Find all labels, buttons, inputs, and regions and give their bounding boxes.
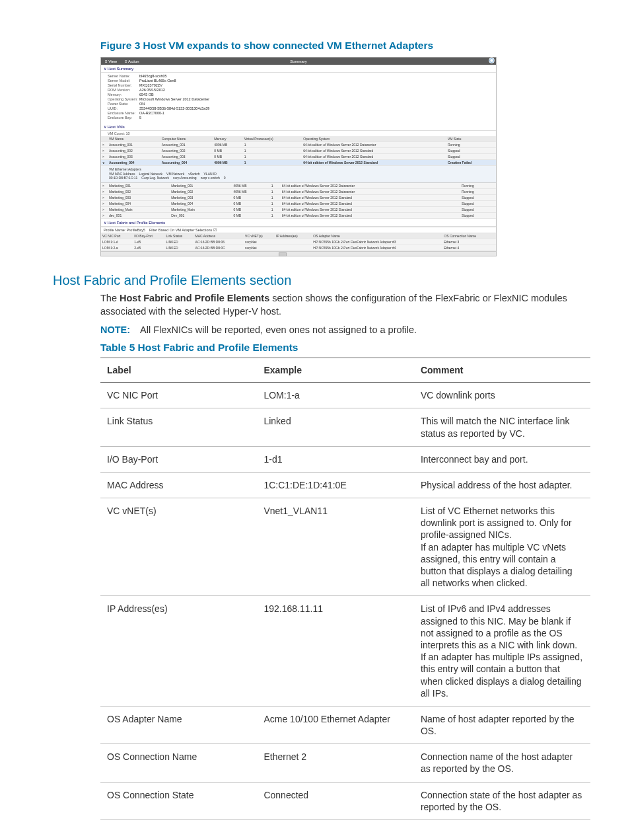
vm-table-2: >Marketing_001Marketing_0014096 MB164-bi… — [101, 183, 496, 219]
menu-summary: Summary — [290, 59, 307, 63]
table-row: IP Address(es)192.168.11.11List of IPv6 … — [100, 596, 590, 706]
expand-icon[interactable]: > — [102, 149, 106, 153]
note-text: All FlexNICs will be reported, even ones… — [140, 325, 417, 335]
vm-row[interactable]: >Accounting_002Accounting_0020 MB164-bit… — [101, 148, 496, 154]
table-row: MAC Address1C:C1:DE:1D:41:0EPhysical add… — [100, 472, 590, 498]
vm-row[interactable]: >Accounting_001Accounting_0014096 MB164-… — [101, 142, 496, 148]
expand-icon[interactable]: > — [102, 208, 106, 211]
ss-menubar: ≡ View ≡ Action Summary — [101, 57, 496, 65]
scrollbar[interactable] — [101, 251, 496, 256]
figure-title: Figure 3 Host VM expands to show connect… — [100, 40, 590, 52]
cell-comment: VC downlink ports — [414, 383, 590, 408]
section-title: Host Fabric and Profile Elements section — [53, 273, 590, 288]
table-header: Label — [100, 358, 257, 383]
fab-col: OS Adapter Name — [312, 233, 442, 239]
table-row: I/O Bay-Port1-d1Interconnect bay and por… — [100, 446, 590, 472]
menu-action[interactable]: ≡ Action — [121, 59, 143, 63]
kv-val: Microsoft Windows Server 2012 Datacenter — [139, 97, 209, 102]
cell-example: Linked — [257, 408, 413, 446]
fabric-row[interactable]: LOM:1:2-a2-d5LINKEDAC:16:2D:BB:D8:0Ccorp… — [101, 245, 496, 251]
vm-adapters-title: VM Ethernet Adapters — [109, 167, 493, 171]
cell-comment: Physical address of the host adapter. — [414, 472, 590, 498]
kv-key: Operating System: — [108, 97, 139, 102]
table-title: Table 5 Host Fabric and Profile Elements — [100, 342, 590, 354]
kv-key: Power State: — [108, 102, 139, 106]
cell-label: OS Connection State — [100, 782, 257, 820]
expand-icon[interactable]: > — [102, 190, 106, 194]
vm-col: VM State — [446, 136, 496, 142]
expand-icon[interactable]: ∨ — [102, 161, 106, 165]
fabric-table: VC NIC PortI/O Bay-PortLink StatusMAC Ad… — [101, 233, 496, 251]
expand-icon[interactable]: > — [102, 202, 106, 206]
kv-val: MXQ23702ZV — [139, 83, 162, 88]
table-row: VC vNET(s)Vnet1_VLAN11List of VC Etherne… — [100, 498, 590, 596]
expand-icon[interactable]: > — [102, 155, 106, 159]
main-table: LabelExampleComment VC NIC PortLOM:1-aVC… — [100, 358, 590, 820]
expand-icon[interactable]: > — [102, 213, 106, 217]
vm-ethernet-adapters: VM Ethernet Adapters VM MAC AddressLogic… — [101, 166, 496, 183]
fabric-header[interactable]: ∨ Host Fabric and Profile Elements — [101, 219, 496, 227]
table-row: OS Adapter NameAcme 10/100 Ethernet Adap… — [100, 706, 590, 744]
kv-key: Enclosure Name: — [108, 111, 139, 116]
vm-col: Memory — [213, 136, 242, 142]
expand-icon[interactable]: > — [102, 196, 106, 200]
fab-col: IP Address(es) — [275, 233, 312, 239]
kv-key: Memory: — [108, 93, 139, 97]
expand-icon[interactable]: > — [102, 143, 106, 147]
host-summary-header[interactable]: ∨ Host Summary — [101, 65, 496, 73]
table-header: Example — [257, 358, 413, 383]
vm-row[interactable]: >Marketing_002Marketing_0024096 MB164-bi… — [101, 189, 496, 195]
cell-comment: Connection state of the host adapter as … — [414, 782, 590, 820]
vm-row[interactable]: >dev_001Dev_0010 MB164-bit edition of Wi… — [101, 213, 496, 219]
cell-example: 1C:C1:DE:1D:41:0E — [257, 472, 413, 498]
vm-row[interactable]: ∨Accounting_004Accounting_0044096 MB164-… — [101, 160, 496, 166]
kv-key: Serial Number: — [108, 83, 139, 88]
vm-adapters-row: 00:1D:D8:B7:1C:11Corp Log. Networkcorp A… — [109, 176, 493, 180]
note-row: NOTE: All FlexNICs will be reported, eve… — [100, 325, 590, 335]
kv-key: Server Model: — [108, 79, 139, 83]
profile-name: Profile Name: ProfileBay5 — [104, 228, 145, 232]
expand-icon[interactable]: > — [102, 184, 106, 188]
kv-key: UUID: — [108, 106, 139, 111]
table-row: OS Connection StateConnectedConnection s… — [100, 782, 590, 820]
fabric-row[interactable]: LOM:1:1-d1-d5LINKEDAC:16:2D:BB:D8:06corp… — [101, 239, 496, 245]
kv-val: 35344D58-5B36-584d-5132-3031304c5a39 — [139, 106, 209, 111]
fabric-profile-row: Profile Name: ProfileBay5 Filter Based O… — [101, 227, 496, 233]
kv-val: 5 — [139, 116, 141, 120]
table-row: OS Connection NameEthernet 2Connection n… — [100, 744, 590, 782]
vm-table: VM NameComputer NameMemoryVirtual Proces… — [101, 136, 496, 166]
vm-col: Operating System — [302, 136, 446, 142]
fab-col: OS Connection Name — [442, 233, 496, 239]
cell-example: Vnet1_VLAN11 — [257, 498, 413, 596]
para-pre: The — [100, 293, 120, 303]
host-vms-header[interactable]: ∨ Host VMs — [101, 123, 496, 131]
para-bold: Host Fabric and Profile Elements — [120, 293, 269, 303]
vm-row[interactable]: >Accounting_003Accounting_0030 MB164-bit… — [101, 154, 496, 160]
vm-row[interactable]: >Marketing_004Marketing_0040 MB164-bit e… — [101, 201, 496, 207]
table-header: Comment — [414, 358, 590, 383]
vm-count: VM Count: 10 — [101, 131, 496, 136]
kv-key: ROM Version: — [108, 88, 139, 93]
kv-val: bl465cg8-scvh05 — [139, 74, 167, 79]
table-row: VC NIC PortLOM:1-aVC downlink ports — [100, 383, 590, 408]
cell-label: IP Address(es) — [100, 596, 257, 706]
cell-comment: Interconnect bay and port. — [414, 446, 590, 472]
note-label: NOTE: — [100, 325, 140, 335]
filter-checkbox[interactable]: Filter Based On VM Adapter Selections ☑ — [149, 228, 217, 232]
vm-row[interactable]: >Marketing_003Marketing_0030 MB164-bit e… — [101, 195, 496, 201]
cell-example: 192.168.11.11 — [257, 596, 413, 706]
cell-example: LOM:1-a — [257, 383, 413, 408]
table-header-row: LabelExampleComment — [100, 358, 590, 383]
menu-view[interactable]: ≡ View — [101, 59, 121, 63]
cell-example: Acme 10/100 Ethernet Adapter — [257, 706, 413, 744]
kv-val: A26 05/15/2012 — [139, 88, 165, 93]
cell-comment: List of IPv6 and IPv4 addresses assigned… — [414, 596, 590, 706]
vm-row[interactable]: >Marketing_MainMarketing_Main0 MB164-bit… — [101, 207, 496, 213]
kv-val: ON — [139, 102, 145, 106]
vm-row[interactable]: >Marketing_001Marketing_0014096 MB164-bi… — [101, 183, 496, 189]
cell-comment: List of VC Ethernet networks this downli… — [414, 498, 590, 596]
cell-label: Link Status — [100, 408, 257, 446]
fab-col: MAC Address — [194, 233, 244, 239]
cell-example: Ethernet 2 — [257, 744, 413, 782]
screenshot: ≡ View ≡ Action Summary ∨ Host Summary S… — [100, 57, 497, 256]
